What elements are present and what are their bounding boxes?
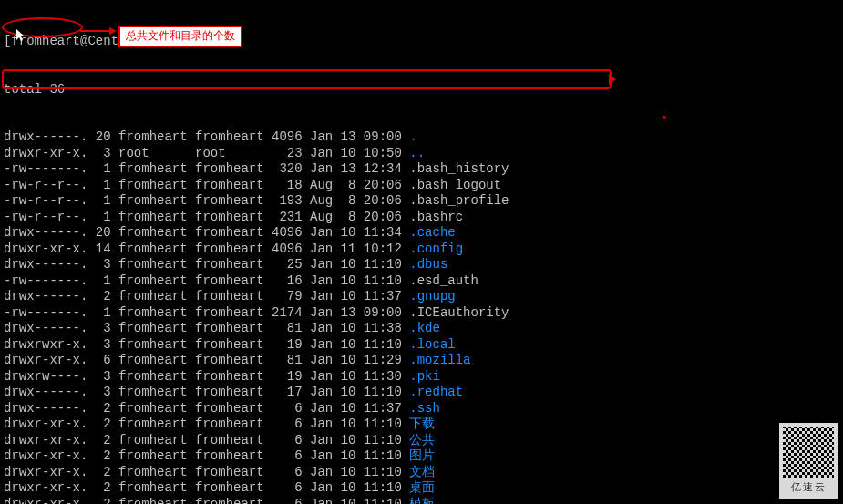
- terminal[interactable]: [fromheart@CentOS7 ~]$ ls -al total 36 d…: [0, 0, 843, 504]
- list-row: -rw-------. 1 fromheart fromheart 320 Ja…: [4, 161, 839, 178]
- list-row: -rw-r--r--. 1 fromheart fromheart 193 Au…: [4, 193, 839, 210]
- list-row: -rw-r--r--. 1 fromheart fromheart 231 Au…: [4, 210, 839, 226]
- qr-code-icon: [783, 427, 834, 478]
- watermark: 亿速云: [779, 423, 838, 499]
- list-row: drwxr-xr-x. 2 fromheart fromheart 6 Jan …: [4, 480, 839, 497]
- list-row: drwx------. 3 fromheart fromheart 17 Jan…: [4, 385, 839, 401]
- list-row: drwxr-xr-x. 14 fromheart fromheart 4096 …: [4, 242, 839, 258]
- list-row: drwxrwxr-x. 3 fromheart fromheart 19 Jan…: [4, 337, 839, 354]
- list-row: drwxr-xr-x. 6 fromheart fromheart 81 Jan…: [4, 353, 839, 369]
- list-row: drwxr-xr-x. 2 fromheart fromheart 6 Jan …: [4, 448, 839, 465]
- annotation-note: 总共文件和目录的个数: [118, 26, 242, 47]
- list-row: drwxr-xr-x. 2 fromheart fromheart 6 Jan …: [4, 433, 839, 449]
- list-row: drwx------. 3 fromheart fromheart 25 Jan…: [4, 257, 839, 273]
- list-row: drwx------. 20 fromheart fromheart 4096 …: [4, 129, 839, 146]
- list-row: -rw-r--r--. 1 fromheart fromheart 18 Aug…: [4, 178, 839, 194]
- list-row: drwxr-xr-x. 2 fromheart fromheart 6 Jan …: [4, 465, 839, 481]
- list-row: drwxrw----. 3 fromheart fromheart 19 Jan…: [4, 369, 839, 386]
- prompt-user: fromheart: [11, 34, 80, 48]
- total-line: total 36: [4, 82, 839, 98]
- listing: drwx------. 20 fromheart fromheart 4096 …: [4, 129, 839, 504]
- list-row: -rw-------. 1 fromheart fromheart 2174 J…: [4, 305, 839, 322]
- list-row: drwxr-xr-x. 3 root root 23 Jan 10 10:50 …: [4, 146, 839, 162]
- list-row: drwx------. 2 fromheart fromheart 79 Jan…: [4, 289, 839, 305]
- list-row: drwx------. 2 fromheart fromheart 6 Jan …: [4, 401, 839, 417]
- list-row: -rw-------. 1 fromheart fromheart 16 Jan…: [4, 273, 839, 290]
- list-row: drwx------. 3 fromheart fromheart 81 Jan…: [4, 321, 839, 337]
- annotation-dot: [663, 116, 666, 119]
- list-row: drwxr-xr-x. 2 fromheart fromheart 6 Jan …: [4, 497, 839, 505]
- list-row: drwx------. 20 fromheart fromheart 4096 …: [4, 225, 839, 242]
- watermark-label: 亿速云: [783, 479, 834, 496]
- list-row: drwxr-xr-x. 2 fromheart fromheart 6 Jan …: [4, 417, 839, 433]
